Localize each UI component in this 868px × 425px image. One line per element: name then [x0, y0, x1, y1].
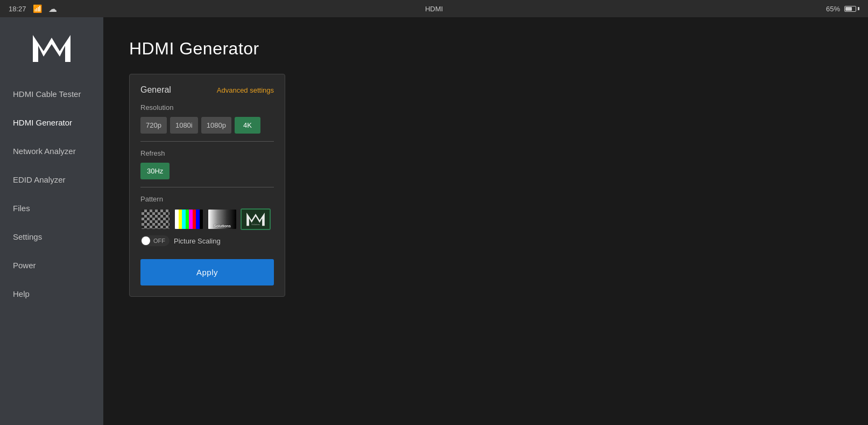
resolution-label: Resolution: [140, 103, 274, 112]
card-header: General Advanced settings: [140, 85, 274, 95]
sidebar-item-hdmi-cable-tester[interactable]: HDMI Cable Tester: [0, 80, 103, 108]
page-title: HDMI Generator: [129, 39, 842, 59]
refresh-30hz-button[interactable]: 30Hz: [140, 163, 170, 179]
content-area: HDMI Generator General Advanced settings…: [103, 17, 868, 425]
picture-scaling-toggle[interactable]: OFF: [140, 235, 170, 246]
cloud-icon: ☁: [48, 4, 57, 14]
pattern-colorbars-thumb[interactable]: [174, 208, 204, 230]
refresh-buttons: 30Hz: [140, 163, 274, 179]
logo-area: [0, 22, 103, 80]
status-left: 18:27 📶 ☁: [9, 4, 57, 14]
pattern-logo-svg: Solutions: [245, 212, 266, 227]
general-label: General: [140, 85, 171, 95]
toggle-circle: [142, 236, 150, 245]
sidebar-item-power[interactable]: Power: [0, 251, 103, 280]
svg-marker-0: [33, 35, 70, 62]
resolution-1080p-button[interactable]: 1080p: [201, 117, 231, 134]
status-center-label: HDMI: [425, 5, 443, 13]
pattern-thumbnails: Solutions Solutions: [140, 208, 274, 230]
sidebar-item-files[interactable]: Files: [0, 194, 103, 222]
apply-button[interactable]: Apply: [140, 259, 274, 285]
pattern-gradient-thumb[interactable]: Solutions: [207, 208, 237, 230]
svg-text:Solutions: Solutions: [251, 224, 259, 226]
sidebar: HDMI Cable Tester HDMI Generator Network…: [0, 17, 103, 425]
sidebar-item-edid-analyzer[interactable]: EDID Analyzer: [0, 165, 103, 194]
advanced-settings-link[interactable]: Advanced settings: [217, 86, 274, 94]
refresh-label: Refresh: [140, 149, 274, 157]
matrox-logo: [30, 32, 73, 65]
toggle-off-label: OFF: [150, 238, 168, 244]
time-display: 18:27: [9, 5, 26, 13]
resolution-buttons: 720p 1080i 1080p 4K: [140, 117, 274, 134]
sidebar-item-network-analyzer[interactable]: Network Analyzer: [0, 137, 103, 165]
pattern-checkerboard-thumb[interactable]: [140, 208, 171, 230]
battery-icon: [844, 6, 859, 12]
sidebar-item-hdmi-generator[interactable]: HDMI Generator: [0, 108, 103, 137]
pattern-label: Pattern: [140, 195, 274, 203]
resolution-720p-button[interactable]: 720p: [140, 117, 167, 134]
battery-percent: 65%: [826, 5, 840, 13]
main-layout: HDMI Cable Tester HDMI Generator Network…: [0, 17, 868, 425]
settings-card: General Advanced settings Resolution 720…: [129, 74, 285, 297]
picture-scaling-row: OFF Picture Scaling: [140, 235, 274, 246]
pattern-logo-thumb[interactable]: Solutions: [241, 208, 271, 230]
resolution-1080i-button[interactable]: 1080i: [170, 117, 198, 134]
divider-2: [140, 187, 274, 187]
gradient-label: Solutions: [214, 224, 231, 228]
picture-scaling-label: Picture Scaling: [174, 237, 221, 245]
status-right: 65%: [826, 5, 859, 13]
sidebar-item-help[interactable]: Help: [0, 280, 103, 308]
status-bar: 18:27 📶 ☁ HDMI 65%: [0, 0, 868, 17]
wifi-icon: 📶: [33, 4, 42, 13]
resolution-4k-button[interactable]: 4K: [235, 117, 260, 134]
sidebar-item-settings[interactable]: Settings: [0, 222, 103, 251]
divider-1: [140, 141, 274, 142]
